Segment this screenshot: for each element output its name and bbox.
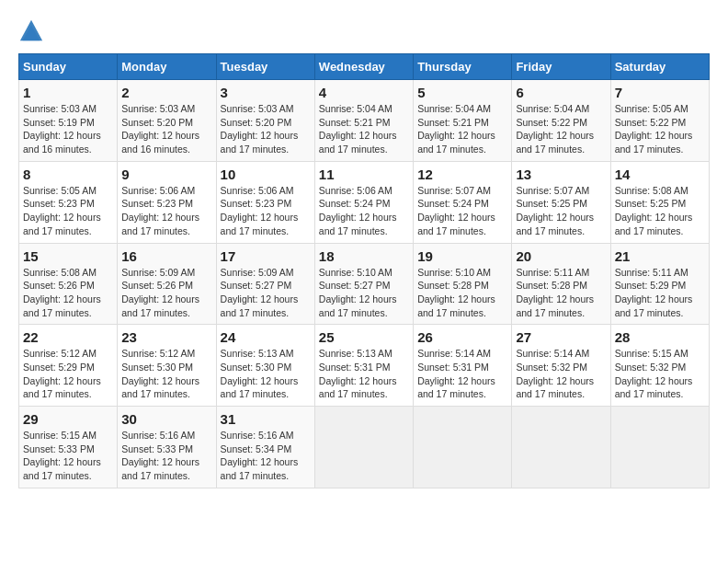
day-number: 11 — [319, 167, 409, 182]
day-number: 15 — [23, 248, 113, 264]
calendar-cell: 22Sunrise: 5:12 AMSunset: 5:29 PMDayligh… — [19, 325, 118, 407]
day-info: Sunrise: 5:13 AMSunset: 5:30 PMDaylight:… — [221, 347, 311, 401]
day-info: Sunrise: 5:04 AMSunset: 5:22 PMDaylight:… — [516, 102, 606, 156]
calendar-cell: 6Sunrise: 5:04 AMSunset: 5:22 PMDaylight… — [512, 80, 610, 162]
day-number: 1 — [23, 85, 113, 100]
day-number: 7 — [615, 85, 705, 100]
day-info: Sunrise: 5:08 AMSunset: 5:25 PMDaylight:… — [615, 184, 705, 238]
day-info: Sunrise: 5:10 AMSunset: 5:28 PMDaylight:… — [417, 266, 507, 320]
day-number: 18 — [319, 248, 409, 264]
day-info: Sunrise: 5:11 AMSunset: 5:28 PMDaylight:… — [516, 266, 606, 320]
calendar-cell: 1Sunrise: 5:03 AMSunset: 5:19 PMDaylight… — [19, 80, 118, 162]
calendar-cell: 13Sunrise: 5:07 AMSunset: 5:25 PMDayligh… — [512, 161, 610, 243]
calendar-cell: 17Sunrise: 5:09 AMSunset: 5:27 PMDayligh… — [216, 243, 314, 325]
day-number: 28 — [615, 329, 705, 345]
calendar-cell — [512, 407, 610, 488]
day-number: 19 — [417, 248, 507, 264]
day-number: 13 — [516, 167, 606, 182]
calendar-cell: 29Sunrise: 5:15 AMSunset: 5:33 PMDayligh… — [19, 407, 118, 488]
calendar-cell: 2Sunrise: 5:03 AMSunset: 5:20 PMDaylight… — [118, 80, 216, 162]
day-info: Sunrise: 5:15 AMSunset: 5:33 PMDaylight:… — [23, 429, 113, 483]
day-number: 26 — [417, 329, 507, 345]
day-info: Sunrise: 5:04 AMSunset: 5:21 PMDaylight:… — [417, 102, 507, 156]
calendar-cell: 18Sunrise: 5:10 AMSunset: 5:27 PMDayligh… — [314, 243, 413, 325]
day-info: Sunrise: 5:13 AMSunset: 5:31 PMDaylight:… — [319, 347, 409, 401]
calendar-cell: 20Sunrise: 5:11 AMSunset: 5:28 PMDayligh… — [512, 243, 610, 325]
calendar-cell: 12Sunrise: 5:07 AMSunset: 5:24 PMDayligh… — [414, 161, 512, 243]
calendar-cell — [314, 407, 413, 488]
day-number: 16 — [121, 248, 211, 264]
weekday-header-wednesday: Wednesday — [314, 54, 413, 80]
day-info: Sunrise: 5:03 AMSunset: 5:19 PMDaylight:… — [23, 102, 113, 156]
calendar-cell: 31Sunrise: 5:16 AMSunset: 5:34 PMDayligh… — [216, 407, 314, 488]
weekday-header-monday: Monday — [118, 54, 216, 80]
calendar-cell: 21Sunrise: 5:11 AMSunset: 5:29 PMDayligh… — [610, 243, 709, 325]
calendar-cell: 8Sunrise: 5:05 AMSunset: 5:23 PMDaylight… — [19, 161, 118, 243]
calendar-cell: 15Sunrise: 5:08 AMSunset: 5:26 PMDayligh… — [19, 243, 118, 325]
day-number: 23 — [121, 329, 211, 345]
day-info: Sunrise: 5:15 AMSunset: 5:32 PMDaylight:… — [615, 347, 705, 401]
day-info: Sunrise: 5:14 AMSunset: 5:32 PMDaylight:… — [516, 347, 606, 401]
calendar-cell: 30Sunrise: 5:16 AMSunset: 5:33 PMDayligh… — [118, 407, 216, 488]
day-info: Sunrise: 5:11 AMSunset: 5:29 PMDaylight:… — [615, 266, 705, 320]
day-info: Sunrise: 5:03 AMSunset: 5:20 PMDaylight:… — [121, 102, 211, 156]
day-number: 12 — [417, 167, 507, 182]
day-number: 21 — [615, 248, 705, 264]
calendar-cell: 7Sunrise: 5:05 AMSunset: 5:22 PMDaylight… — [610, 80, 709, 162]
day-number: 6 — [516, 85, 606, 100]
day-info: Sunrise: 5:05 AMSunset: 5:23 PMDaylight:… — [23, 184, 113, 238]
day-number: 4 — [319, 85, 409, 100]
calendar-cell: 28Sunrise: 5:15 AMSunset: 5:32 PMDayligh… — [610, 325, 709, 407]
day-number: 22 — [23, 329, 113, 345]
day-info: Sunrise: 5:06 AMSunset: 5:23 PMDaylight:… — [221, 184, 311, 238]
calendar-week-row: 8Sunrise: 5:05 AMSunset: 5:23 PMDaylight… — [19, 161, 710, 243]
day-info: Sunrise: 5:12 AMSunset: 5:30 PMDaylight:… — [121, 347, 211, 401]
day-info: Sunrise: 5:05 AMSunset: 5:22 PMDaylight:… — [615, 102, 705, 156]
weekday-header-thursday: Thursday — [414, 54, 512, 80]
calendar-cell — [610, 407, 709, 488]
calendar-cell: 16Sunrise: 5:09 AMSunset: 5:26 PMDayligh… — [118, 243, 216, 325]
page-header — [18, 18, 710, 44]
calendar-header: SundayMondayTuesdayWednesdayThursdayFrid… — [19, 54, 710, 80]
day-number: 5 — [417, 85, 507, 100]
calendar-cell: 5Sunrise: 5:04 AMSunset: 5:21 PMDaylight… — [414, 80, 512, 162]
calendar-cell: 10Sunrise: 5:06 AMSunset: 5:23 PMDayligh… — [216, 161, 314, 243]
calendar-cell: 14Sunrise: 5:08 AMSunset: 5:25 PMDayligh… — [610, 161, 709, 243]
day-info: Sunrise: 5:16 AMSunset: 5:33 PMDaylight:… — [121, 429, 211, 483]
weekday-header-friday: Friday — [512, 54, 610, 80]
day-number: 24 — [221, 329, 311, 345]
day-info: Sunrise: 5:12 AMSunset: 5:29 PMDaylight:… — [23, 347, 113, 401]
day-number: 20 — [516, 248, 606, 264]
calendar-cell — [414, 407, 512, 488]
day-number: 27 — [516, 329, 606, 345]
calendar-table: SundayMondayTuesdayWednesdayThursdayFrid… — [18, 53, 710, 488]
day-info: Sunrise: 5:14 AMSunset: 5:31 PMDaylight:… — [417, 347, 507, 401]
calendar-cell: 9Sunrise: 5:06 AMSunset: 5:23 PMDaylight… — [118, 161, 216, 243]
day-info: Sunrise: 5:06 AMSunset: 5:24 PMDaylight:… — [319, 184, 409, 238]
day-number: 2 — [121, 85, 211, 100]
day-number: 31 — [221, 411, 311, 427]
day-number: 30 — [121, 411, 211, 427]
calendar-week-row: 29Sunrise: 5:15 AMSunset: 5:33 PMDayligh… — [19, 407, 710, 488]
calendar-cell: 3Sunrise: 5:03 AMSunset: 5:20 PMDaylight… — [216, 80, 314, 162]
calendar-cell: 27Sunrise: 5:14 AMSunset: 5:32 PMDayligh… — [512, 325, 610, 407]
day-number: 3 — [221, 85, 311, 100]
weekday-header-saturday: Saturday — [610, 54, 709, 80]
day-number: 8 — [23, 167, 113, 182]
day-number: 14 — [615, 167, 705, 182]
calendar-week-row: 15Sunrise: 5:08 AMSunset: 5:26 PMDayligh… — [19, 243, 710, 325]
day-info: Sunrise: 5:03 AMSunset: 5:20 PMDaylight:… — [221, 102, 311, 156]
calendar-cell: 23Sunrise: 5:12 AMSunset: 5:30 PMDayligh… — [118, 325, 216, 407]
day-number: 9 — [121, 167, 211, 182]
weekday-header-tuesday: Tuesday — [216, 54, 314, 80]
logo — [18, 18, 48, 44]
day-info: Sunrise: 5:10 AMSunset: 5:27 PMDaylight:… — [319, 266, 409, 320]
day-info: Sunrise: 5:16 AMSunset: 5:34 PMDaylight:… — [221, 429, 311, 483]
calendar-cell: 11Sunrise: 5:06 AMSunset: 5:24 PMDayligh… — [314, 161, 413, 243]
day-number: 25 — [319, 329, 409, 345]
day-info: Sunrise: 5:04 AMSunset: 5:21 PMDaylight:… — [319, 102, 409, 156]
day-info: Sunrise: 5:09 AMSunset: 5:26 PMDaylight:… — [121, 266, 211, 320]
logo-icon — [18, 18, 44, 44]
day-info: Sunrise: 5:07 AMSunset: 5:25 PMDaylight:… — [516, 184, 606, 238]
calendar-cell: 24Sunrise: 5:13 AMSunset: 5:30 PMDayligh… — [216, 325, 314, 407]
